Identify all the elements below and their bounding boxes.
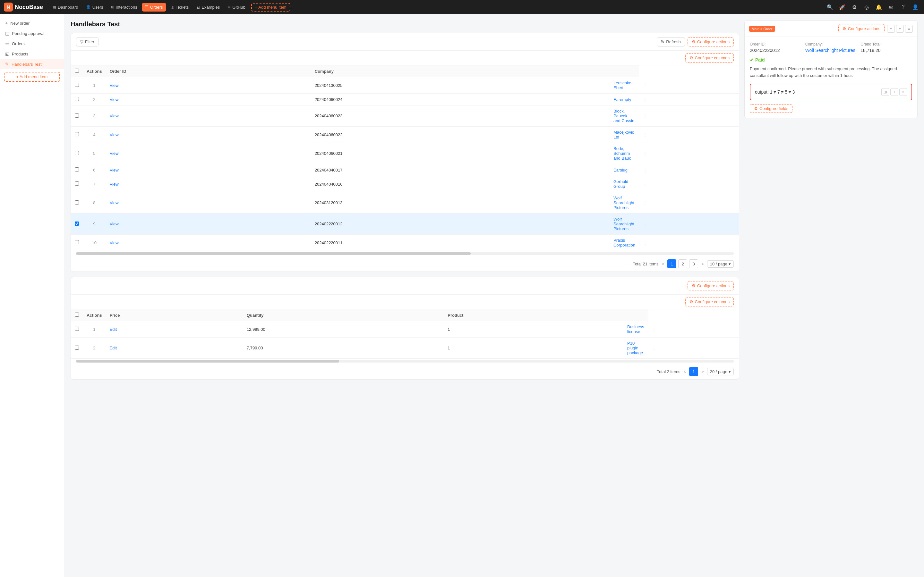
sidebar-add-menu-button[interactable]: + Add menu item: [4, 72, 60, 82]
row-checkbox[interactable]: [75, 167, 79, 171]
output-icon-list[interactable]: ≡: [899, 88, 907, 96]
products-scrollbar[interactable]: [76, 360, 734, 363]
nav-dashboard[interactable]: ▦ Dashboard: [49, 3, 81, 11]
row-checkbox[interactable]: [75, 240, 79, 244]
detail-company-value[interactable]: Wolf Searchlight Pictures: [805, 48, 857, 53]
company-link[interactable]: Gerhold Group: [610, 176, 639, 192]
products-next-page[interactable]: >: [700, 368, 705, 376]
nav-orders[interactable]: ☰ Orders: [142, 3, 166, 11]
mail-icon[interactable]: ✉: [886, 2, 896, 12]
company-link[interactable]: Macejkovic Ltd: [610, 127, 639, 143]
products-configure-columns-button[interactable]: ⚙ Configure columns: [685, 297, 734, 306]
product-link[interactable]: P10 plugin package: [624, 338, 648, 359]
configure-fields-button[interactable]: ⚙ Configure fields: [750, 104, 792, 113]
row-checkbox[interactable]: [75, 151, 79, 155]
sidebar-item-new-order[interactable]: + New order: [0, 18, 64, 28]
view-link[interactable]: View: [106, 93, 311, 105]
products-select-all-checkbox[interactable]: [75, 313, 79, 317]
filter-button[interactable]: ▽ Filter: [76, 37, 99, 47]
edit-link[interactable]: Edit: [106, 338, 243, 359]
view-link[interactable]: View: [106, 176, 311, 192]
sidebar-item-products[interactable]: ⬕ Products: [0, 49, 64, 59]
table-row[interactable]: 7 View 202404040016 Gerhold Group ⋮: [71, 176, 739, 192]
nav-github[interactable]: ⊛ GitHub: [224, 3, 248, 11]
view-link[interactable]: View: [106, 143, 311, 164]
row-checkbox[interactable]: [75, 327, 79, 331]
table-row[interactable]: 1 Edit 12,999.00 1 Business license ⋮: [71, 321, 739, 338]
search-icon[interactable]: 🔍: [825, 2, 835, 12]
view-link[interactable]: View: [106, 235, 311, 251]
user-icon[interactable]: 👤: [911, 2, 920, 12]
nav-users[interactable]: 👤 Users: [83, 3, 107, 11]
company-link[interactable]: Wolf Searchlight Pictures: [610, 213, 639, 235]
view-link[interactable]: View: [106, 105, 311, 127]
output-icon-add[interactable]: +: [890, 88, 898, 96]
row-checkbox[interactable]: [75, 221, 79, 226]
row-checkbox[interactable]: [75, 132, 79, 136]
next-page-button[interactable]: >: [700, 260, 705, 268]
row-checkbox[interactable]: [75, 200, 79, 205]
output-icon-grid[interactable]: ⊞: [881, 88, 889, 96]
nav-interactions[interactable]: ⊞ Interactions: [108, 3, 141, 11]
company-link[interactable]: Leuschke-Ebert: [610, 77, 639, 93]
page-3-button[interactable]: 3: [689, 259, 698, 268]
view-link[interactable]: View: [106, 164, 311, 176]
table-row[interactable]: 1 View 202404130025 Leuschke-Ebert ⋮: [71, 77, 739, 93]
nav-tickets[interactable]: ◫ Tickets: [168, 3, 192, 11]
sidebar-item-orders[interactable]: ☰ Orders: [0, 39, 64, 49]
page-1-button[interactable]: 1: [667, 259, 676, 268]
products-per-page-selector[interactable]: 20 / page ▾: [707, 368, 734, 376]
view-link[interactable]: View: [106, 213, 311, 235]
row-checkbox[interactable]: [75, 83, 79, 87]
nav-examples[interactable]: ⬕ Examples: [193, 3, 223, 11]
view-link[interactable]: View: [106, 77, 311, 93]
logo[interactable]: N NocoBase: [4, 3, 43, 11]
edit-link[interactable]: Edit: [106, 321, 243, 338]
company-link[interactable]: Block, Paucek and Cassin: [610, 105, 639, 127]
table-row[interactable]: 10 View 202402220011 Praxis Corporation …: [71, 235, 739, 251]
product-link[interactable]: Business license: [624, 321, 648, 338]
detail-icon-menu[interactable]: ≡: [905, 25, 913, 33]
row-checkbox[interactable]: [75, 97, 79, 101]
row-checkbox[interactable]: [75, 346, 79, 350]
company-link[interactable]: Praxis Corporation: [610, 235, 639, 251]
detail-icon-add1[interactable]: +: [887, 25, 895, 33]
question-icon[interactable]: ?: [898, 2, 908, 12]
company-link[interactable]: Earslug: [610, 164, 639, 176]
add-menu-button[interactable]: + Add menu item: [251, 3, 290, 11]
table-row[interactable]: 4 View 202404060022 Macejkovic Ltd ⋮: [71, 127, 739, 143]
bell-icon[interactable]: 🔔: [874, 2, 884, 12]
per-page-selector[interactable]: 10 / page ▾: [707, 260, 734, 268]
settings-icon[interactable]: ⚙: [850, 2, 859, 12]
table-row[interactable]: 2 Edit 7,799.00 1 P10 plugin package ⋮: [71, 338, 739, 359]
table-row[interactable]: 8 View 202403120013 Wolf Searchlight Pic…: [71, 192, 739, 213]
detail-icon-add2[interactable]: +: [896, 25, 904, 33]
products-page-1-button[interactable]: 1: [689, 367, 698, 376]
orders-configure-columns-button[interactable]: ⚙ Configure columns: [685, 53, 734, 63]
company-link[interactable]: Bode, Schumm and Bauc: [610, 143, 639, 164]
table-row[interactable]: 9 View 202402220012 Wolf Searchlight Pic…: [71, 213, 739, 235]
company-link[interactable]: Earempty: [610, 93, 639, 105]
table-row[interactable]: 2 View 202404060024 Earempty ⋮: [71, 93, 739, 105]
orders-scrollbar[interactable]: [76, 252, 734, 255]
products-configure-actions-button[interactable]: ⚙ Configure actions: [688, 281, 734, 290]
prev-page-button[interactable]: <: [661, 260, 666, 268]
table-row[interactable]: 6 View 202404040017 Earslug ⋮: [71, 164, 739, 176]
orders-configure-actions-button[interactable]: ⚙ Configure actions: [688, 37, 734, 47]
select-all-checkbox[interactable]: [75, 69, 79, 73]
view-link[interactable]: View: [106, 127, 311, 143]
products-prev-page[interactable]: <: [682, 368, 688, 376]
row-checkbox[interactable]: [75, 113, 79, 118]
refresh-button[interactable]: ↻ Refresh: [657, 37, 685, 47]
help-circle-icon[interactable]: ◎: [862, 2, 871, 12]
rocket-icon[interactable]: 🚀: [837, 2, 847, 12]
page-2-button[interactable]: 2: [678, 259, 687, 268]
sidebar-item-handlebars-test[interactable]: ✎ Handlebars Test: [0, 59, 64, 69]
row-checkbox[interactable]: [75, 181, 79, 185]
detail-configure-actions-button[interactable]: ⚙ Configure actions: [838, 24, 885, 33]
sidebar-item-pending-approval[interactable]: ◱ Pending approval: [0, 28, 64, 39]
table-row[interactable]: 5 View 202404060021 Bode, Schumm and Bau…: [71, 143, 739, 164]
view-link[interactable]: View: [106, 192, 311, 213]
company-link[interactable]: Wolf Searchlight Pictures: [610, 192, 639, 213]
table-row[interactable]: 3 View 202404060023 Block, Paucek and Ca…: [71, 105, 739, 127]
